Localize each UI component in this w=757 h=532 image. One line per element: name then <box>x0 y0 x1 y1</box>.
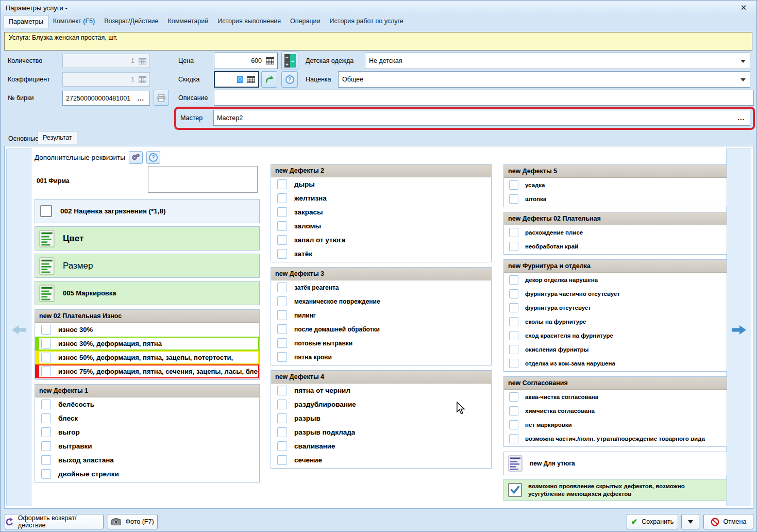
defect-row[interactable]: затёк реагента <box>271 280 491 294</box>
checkbox[interactable] <box>277 455 287 465</box>
checkbox[interactable] <box>41 413 51 423</box>
marking-list-item[interactable]: 005 Маркировка <box>35 281 260 305</box>
checkbox[interactable] <box>509 331 518 340</box>
checkbox[interactable] <box>277 249 287 259</box>
checkbox[interactable] <box>277 324 287 334</box>
tab-7[interactable]: История работ по услуге <box>325 15 408 28</box>
discount-input[interactable]: 0 <box>214 71 259 88</box>
checkbox[interactable] <box>509 228 518 237</box>
checkbox[interactable] <box>277 193 287 203</box>
checkbox[interactable] <box>277 235 287 245</box>
defect-row[interactable]: желтизна <box>271 191 491 205</box>
checkbox[interactable] <box>41 339 51 348</box>
defect-row[interactable]: необработан край <box>504 239 727 253</box>
coefficient-input[interactable]: 1 <box>62 72 150 87</box>
tag-number-input[interactable]: 272500000000481001 ... <box>62 91 150 106</box>
defect-row[interactable]: возможна частич./полн. утрата/повреждени… <box>504 431 727 445</box>
defect-row[interactable]: заломы <box>271 219 491 233</box>
checkbox[interactable] <box>41 455 51 465</box>
defect-row[interactable]: износ 75%, деформация, пятна, сечения, з… <box>35 364 259 378</box>
markup-select[interactable]: Общее <box>338 71 750 88</box>
close-icon[interactable]: ✕ <box>735 1 752 15</box>
photo-button[interactable]: Фото (F7) <box>108 514 158 529</box>
surcharge-option[interactable]: 002 Наценка загрязнения (*1,8) <box>35 199 260 223</box>
defect-row[interactable]: штопка <box>504 192 727 206</box>
defect-row[interactable]: пятна от чернил <box>271 384 491 397</box>
tab-3[interactable]: Возврат/Действие <box>99 15 163 28</box>
checkbox[interactable] <box>509 406 518 415</box>
checkbox[interactable] <box>509 242 518 251</box>
defect-row[interactable]: пятна крови <box>271 350 491 364</box>
checkbox[interactable] <box>277 221 287 231</box>
checkbox[interactable] <box>509 180 518 190</box>
master-browse-icon[interactable]: ... <box>738 114 747 122</box>
tab-5[interactable]: История выполнения <box>213 15 285 28</box>
print-tag-button[interactable] <box>154 90 169 106</box>
checkbox[interactable] <box>277 296 287 306</box>
iron-list-item[interactable]: new Для утюга <box>503 452 727 475</box>
defect-row[interactable]: сечение <box>271 453 491 467</box>
defect-row[interactable]: расхождение плисе <box>504 225 727 239</box>
defect-row[interactable]: усадка <box>504 178 727 192</box>
save-options-dropdown-button[interactable] <box>681 514 699 529</box>
checkbox[interactable] <box>277 338 287 348</box>
previous-service-strip[interactable] <box>6 148 31 506</box>
defect-row[interactable]: износ 50%, деформация, пятна, зацепы, по… <box>35 351 259 364</box>
cancel-button[interactable]: Отмена <box>703 514 753 529</box>
checkbox[interactable] <box>509 392 518 402</box>
master-input[interactable]: Мастер2 ... <box>213 110 750 126</box>
checkbox[interactable] <box>277 179 287 189</box>
checkbox[interactable] <box>509 275 518 285</box>
children-clothes-select[interactable]: Не детская <box>365 53 750 69</box>
checkbox-checked[interactable] <box>508 483 522 497</box>
defect-row[interactable]: белёсость <box>35 397 259 411</box>
checkbox[interactable] <box>41 441 51 451</box>
checkbox[interactable] <box>509 303 518 312</box>
checkbox[interactable] <box>277 441 287 451</box>
defect-row[interactable]: нет маркировки <box>504 418 727 431</box>
requisites-settings-button[interactable] <box>129 151 143 164</box>
defect-row[interactable]: фурнитура частично отсутсвует <box>504 287 727 301</box>
defect-row[interactable]: износ 30% <box>35 323 259 337</box>
checkbox[interactable] <box>41 400 51 409</box>
defect-row[interactable]: блеск <box>35 411 259 425</box>
defect-row[interactable]: дыры <box>271 177 491 191</box>
firm-input[interactable] <box>148 166 258 193</box>
size-list-item[interactable]: Размер <box>35 254 260 278</box>
checkbox[interactable] <box>277 282 287 292</box>
checkbox[interactable] <box>509 345 518 354</box>
description-input[interactable] <box>214 90 754 106</box>
price-input[interactable]: 600 <box>214 53 278 69</box>
defect-row[interactable]: сколы на фурнитуре <box>504 314 727 328</box>
price-calculator-button[interactable]: −+= <box>281 52 298 70</box>
defect-row[interactable]: затёк <box>271 247 491 261</box>
checkbox[interactable] <box>41 325 51 335</box>
tab-4[interactable]: Комментарий <box>163 15 213 28</box>
checkbox[interactable] <box>277 386 287 395</box>
tag-browse-icon[interactable]: ... <box>138 95 146 102</box>
defect-row[interactable]: окисления фурнитры <box>504 342 727 356</box>
defect-row[interactable]: отделка из кож-зама нарушена <box>504 356 727 370</box>
hidden-defects-option[interactable]: возможно проявление скрытых дефектов, во… <box>503 479 727 501</box>
checkbox[interactable] <box>509 289 518 298</box>
checkbox[interactable] <box>277 413 287 423</box>
tab-6[interactable]: Операции <box>285 15 325 28</box>
checkbox[interactable] <box>41 353 51 362</box>
checkbox[interactable] <box>277 310 287 320</box>
defect-row[interactable]: пилинг <box>271 308 491 322</box>
checkbox[interactable] <box>40 205 52 217</box>
checkbox[interactable] <box>509 317 518 326</box>
defect-row[interactable]: двойные стрелки <box>35 467 259 481</box>
checkbox[interactable] <box>509 434 518 443</box>
tab-2[interactable]: Комплект (F5) <box>48 15 100 28</box>
checkbox[interactable] <box>277 352 287 362</box>
checkbox[interactable] <box>41 469 51 479</box>
defect-row[interactable]: сход красителя на фурнитуре <box>504 328 727 342</box>
make-return-action-button[interactable]: Оформить возврат/действие <box>5 514 104 529</box>
defect-row[interactable]: фурнитура отсутсвует <box>504 301 727 314</box>
save-button[interactable]: ✔ Сохранить <box>627 514 678 529</box>
defect-row[interactable]: потовые вытравки <box>271 336 491 350</box>
tab-1[interactable]: Параметры <box>4 15 48 28</box>
defect-row[interactable]: аква-чистка согласована <box>504 390 727 404</box>
checkbox[interactable] <box>41 427 51 437</box>
